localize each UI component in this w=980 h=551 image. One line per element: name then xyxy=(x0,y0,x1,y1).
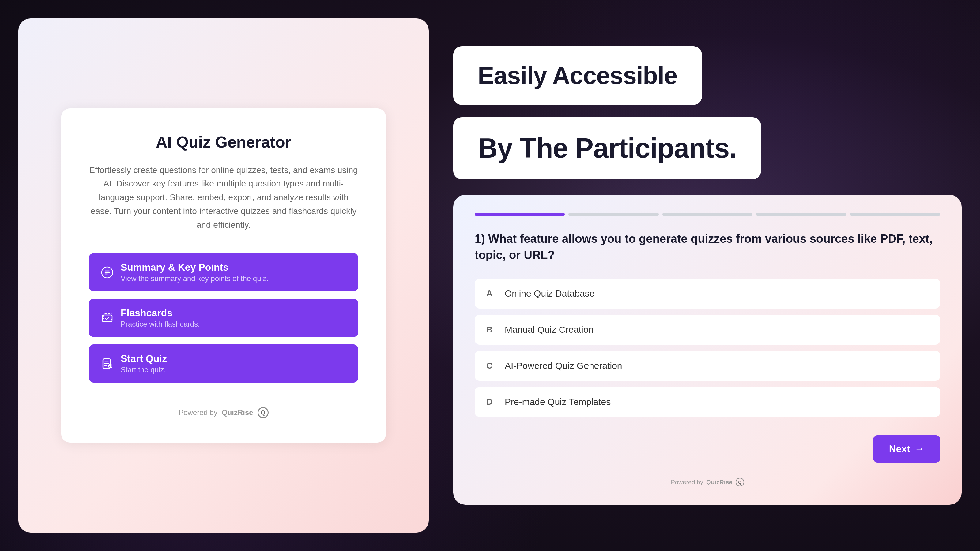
next-arrow-icon: → xyxy=(915,443,924,454)
quiz-question: 1) What feature allows you to generate q… xyxy=(475,231,940,263)
summary-icon xyxy=(100,265,115,280)
quizrise-logo-icon: Q xyxy=(258,407,269,418)
headline-text-2: By The Participants. xyxy=(478,133,737,164)
quiz-panel-footer: Powered by QuizRise Q xyxy=(475,462,940,486)
quiz-powered-brand: QuizRise xyxy=(706,479,733,486)
progress-bar-4 xyxy=(756,213,846,216)
next-button-label: Next xyxy=(889,443,910,454)
answer-text-c: AI-Powered Quiz Generation xyxy=(505,360,622,371)
answer-option-a[interactable]: A Online Quiz Database xyxy=(475,279,940,308)
answer-letter-b: B xyxy=(486,325,497,335)
question-text: What feature allows you to generate quiz… xyxy=(475,232,932,261)
menu-start-quiz-label: Start Quiz xyxy=(121,353,167,364)
quiz-card-title: AI Quiz Generator xyxy=(89,133,358,151)
powered-by-label: Powered by xyxy=(178,408,218,417)
menu-item-summary[interactable]: Summary & Key Points View the summary an… xyxy=(89,253,358,291)
answer-option-d[interactable]: D Pre-made Quiz Templates xyxy=(475,387,940,417)
answer-letter-d: D xyxy=(486,397,497,407)
next-button[interactable]: Next → xyxy=(873,435,940,462)
menu-item-start-quiz[interactable]: Start Quiz Start the quiz. xyxy=(89,345,358,383)
menu-summary-text: Summary & Key Points View the summary an… xyxy=(121,262,268,283)
answer-letter-c: C xyxy=(486,361,497,371)
quiz-powered-label: Powered by xyxy=(671,479,703,486)
answer-text-d: Pre-made Quiz Templates xyxy=(505,397,611,407)
quiz-rise-logo-small: Q xyxy=(736,478,744,486)
quiz-card-description: Effortlessly create questions for online… xyxy=(89,164,358,232)
answer-letter-a: A xyxy=(486,289,497,299)
quiz-card: AI Quiz Generator Effortlessly create qu… xyxy=(61,108,386,443)
powered-by-brand: QuizRise xyxy=(222,408,253,417)
answer-option-c[interactable]: C AI-Powered Quiz Generation xyxy=(475,351,940,381)
flashcard-icon xyxy=(100,311,115,326)
answer-text-a: Online Quiz Database xyxy=(505,288,595,299)
progress-bar-1 xyxy=(475,213,565,216)
answer-option-b[interactable]: B Manual Quiz Creation xyxy=(475,315,940,345)
menu-flashcards-label: Flashcards xyxy=(121,307,200,319)
powered-by: Powered by QuizRise Q xyxy=(89,407,358,418)
main-layout: AI Quiz Generator Effortlessly create qu… xyxy=(0,0,980,551)
right-panel: Easily Accessible By The Participants. 1… xyxy=(453,12,962,539)
clearfix: Next → xyxy=(475,423,940,462)
headline-badge-1: Easily Accessible xyxy=(453,46,702,105)
menu-flashcards-sublabel: Practice with flashcards. xyxy=(121,320,200,329)
quiz-progress xyxy=(475,213,940,216)
menu-start-quiz-sublabel: Start the quiz. xyxy=(121,365,167,374)
menu-flashcards-text: Flashcards Practice with flashcards. xyxy=(121,307,200,329)
quiz-panel: 1) What feature allows you to generate q… xyxy=(453,195,962,505)
progress-bar-5 xyxy=(850,213,940,216)
progress-bar-2 xyxy=(568,213,659,216)
text-badges: Easily Accessible By The Participants. xyxy=(453,46,962,179)
quiz-panel-powered-by: Powered by QuizRise Q xyxy=(475,478,940,486)
answer-text-b: Manual Quiz Creation xyxy=(505,324,593,335)
menu-item-flashcards[interactable]: Flashcards Practice with flashcards. xyxy=(89,299,358,337)
headline-text-1: Easily Accessible xyxy=(478,62,678,89)
menu-start-quiz-text: Start Quiz Start the quiz. xyxy=(121,353,167,374)
headline-badge-2: By The Participants. xyxy=(453,117,761,179)
left-panel: AI Quiz Generator Effortlessly create qu… xyxy=(18,18,429,533)
menu-summary-sublabel: View the summary and key points of the q… xyxy=(121,274,268,283)
progress-bar-3 xyxy=(662,213,752,216)
question-number: 1) xyxy=(475,232,485,245)
menu-summary-label: Summary & Key Points xyxy=(121,262,268,273)
quiz-icon xyxy=(100,356,115,371)
